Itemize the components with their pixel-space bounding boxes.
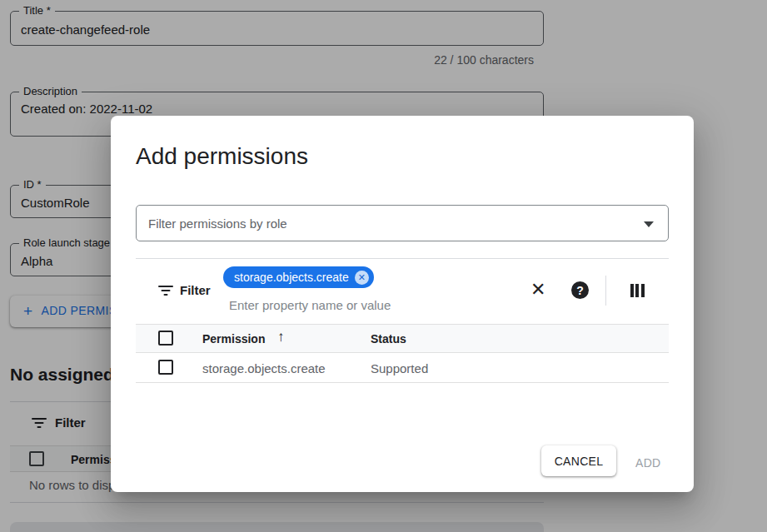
screen: Title * create-changefeed-role 22 / 100 … xyxy=(0,0,767,532)
select-all-checkbox[interactable] xyxy=(158,331,173,346)
filter-list-icon xyxy=(158,286,173,296)
row-checkbox[interactable] xyxy=(158,360,173,375)
filter-chip-label: storage.objects.create xyxy=(234,271,349,284)
help-icon[interactable]: ? xyxy=(571,281,589,299)
permission-cell: storage.objects.create xyxy=(202,361,326,375)
sort-ascending-icon[interactable]: ↑ xyxy=(277,329,285,346)
permissions-table-header: Permission ↑ Status xyxy=(136,324,669,353)
dialog-title: Add permissions xyxy=(136,143,308,170)
permission-table-row[interactable]: storage.objects.create Supported xyxy=(136,353,669,383)
filter-permissions-by-role-dropdown[interactable]: Filter permissions by role xyxy=(136,205,669,241)
add-button[interactable]: ADD xyxy=(629,453,667,473)
dialog-filter-input[interactable]: Enter property name or value xyxy=(229,298,391,312)
cancel-button[interactable]: CANCEL xyxy=(541,445,616,476)
chevron-down-icon xyxy=(644,221,654,227)
column-display-options-icon[interactable] xyxy=(630,284,645,297)
status-column-header[interactable]: Status xyxy=(371,332,406,346)
dialog-filter-label: Filter xyxy=(180,283,211,297)
toolbar-divider xyxy=(136,258,669,259)
permission-column-header[interactable]: Permission xyxy=(202,332,265,346)
clear-filters-icon[interactable]: ✕ xyxy=(530,281,545,299)
add-permissions-dialog: Add permissions Filter permissions by ro… xyxy=(111,116,694,492)
chip-remove-icon[interactable]: ✕ xyxy=(355,271,369,285)
filter-chip[interactable]: storage.objects.create ✕ xyxy=(223,266,374,288)
toolbar-vertical-divider xyxy=(605,276,606,306)
dialog-filter-button[interactable]: Filter xyxy=(158,283,211,297)
status-cell: Supported xyxy=(371,361,428,375)
role-dropdown-placeholder: Filter permissions by role xyxy=(148,216,287,231)
